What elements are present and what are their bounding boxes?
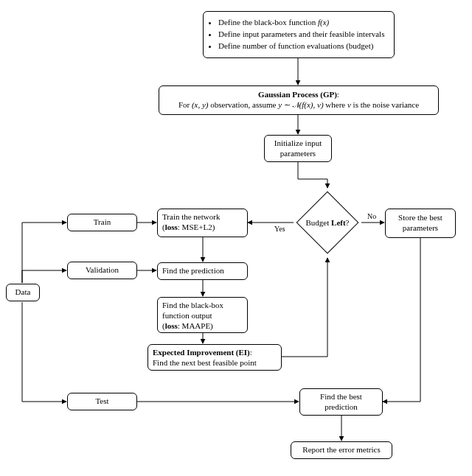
- node-init: Initialize input parameters: [264, 135, 332, 162]
- edge-label-yes: Yes: [274, 225, 285, 233]
- flowchart-canvas: Yes No Define the black-box function f(x…: [0, 0, 472, 476]
- bbox-loss: loss: [165, 321, 178, 330]
- ei-title: Expected Improvement (EI): [153, 348, 250, 357]
- node-budget: Budget Left?: [290, 185, 365, 260]
- gp-pre: For: [178, 100, 192, 109]
- gp-end: is the noise variance: [351, 100, 419, 109]
- define-line1: Define the black-box function: [218, 18, 318, 27]
- define-line3: Define number of function evaluations (b…: [218, 41, 384, 52]
- node-ei: Expected Improvement (EI): Find the next…: [148, 344, 282, 371]
- ei-body: Find the next best feasible point: [153, 358, 257, 368]
- node-find-pred: Find the prediction: [157, 262, 248, 280]
- gp-post: where: [324, 100, 347, 109]
- node-train: Train: [67, 214, 137, 231]
- edge-label-no: No: [367, 212, 376, 220]
- define-line2: Define input parameters and their feasib…: [218, 29, 384, 40]
- gp-title: Gaussian Process (GP): [258, 90, 337, 99]
- node-store: Store the best parameters: [385, 209, 456, 238]
- node-test: Test: [67, 393, 137, 410]
- define-fx: f(x): [318, 18, 329, 27]
- bbox-l1: Find the black-box: [162, 301, 223, 311]
- node-best-pred: Find the best prediction: [299, 388, 383, 416]
- train-net-l1: Train the network: [162, 212, 220, 223]
- ei-colon: :: [250, 348, 252, 357]
- gp-args: (f(x), ν): [299, 100, 324, 109]
- node-gp: Gaussian Process (GP): For (x, y) observ…: [159, 85, 439, 115]
- gp-xy: (x, y): [192, 100, 209, 109]
- node-define: Define the black-box function f(x) Defin…: [203, 11, 395, 58]
- gp-N: 𝒩: [293, 100, 299, 109]
- bbox-l3b: : MAAPE): [178, 321, 213, 330]
- node-data: Data: [6, 284, 40, 301]
- node-validation: Validation: [67, 262, 137, 279]
- node-report: Report the error metrics: [291, 441, 392, 459]
- gp-mid: observation, assume: [209, 100, 279, 109]
- node-bbox-out: Find the black-box function output (loss…: [157, 297, 248, 333]
- train-net-loss: loss: [165, 223, 178, 231]
- bbox-l2: function output: [162, 311, 212, 321]
- gp-colon: :: [337, 90, 339, 99]
- node-train-net: Train the network (loss: MSE+L2): [157, 209, 248, 237]
- train-net-l2b: : MSE+L2): [178, 223, 215, 231]
- gp-tilde: ∼: [282, 100, 293, 109]
